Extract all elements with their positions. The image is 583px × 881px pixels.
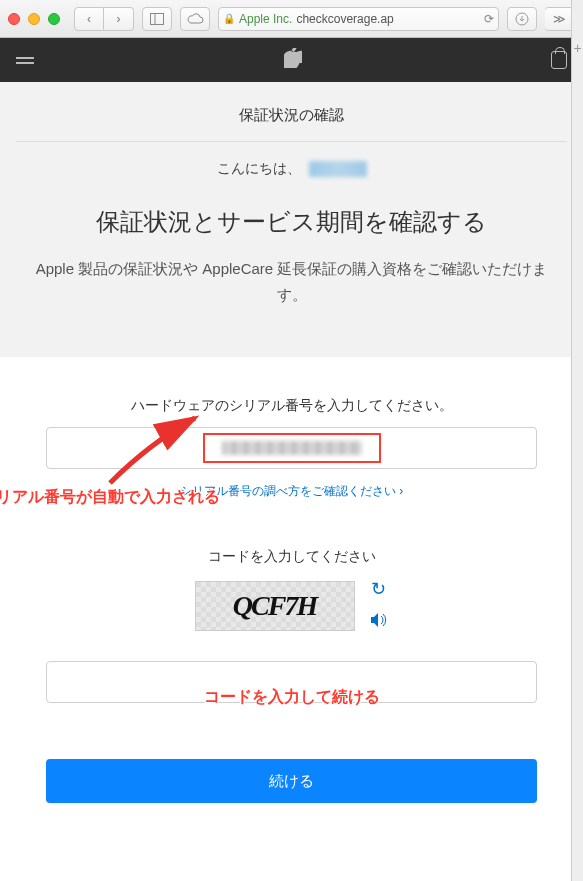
hero-heading: 保証状況とサービス期間を確認する (10, 206, 573, 238)
hero-section: 保証状況の確認 こんにちは、 保証状況とサービス期間を確認する Apple 製品… (0, 82, 583, 357)
back-button[interactable]: ‹ (74, 7, 104, 31)
annotation-serial-auto: シリアル番号が自動で入力される (0, 487, 220, 508)
bag-icon (551, 51, 567, 69)
captcha-row: QCF7H ↻ (46, 578, 537, 633)
annotation-code-continue: コードを入力して続ける (162, 687, 422, 708)
downloads-button[interactable] (507, 7, 537, 31)
user-name-redacted (309, 161, 367, 177)
close-window-button[interactable] (8, 13, 20, 25)
forward-button[interactable]: › (104, 7, 134, 31)
minimize-window-button[interactable] (28, 13, 40, 25)
serial-input-wrap (46, 427, 537, 469)
site-global-nav (0, 38, 583, 82)
serial-value-redacted (222, 441, 362, 455)
menu-button[interactable] (16, 57, 34, 64)
url-company: Apple Inc. (239, 12, 292, 26)
shopping-bag-button[interactable] (551, 51, 567, 69)
captcha-image: QCF7H (195, 581, 355, 631)
window-controls (8, 13, 60, 25)
sidebar-icon (150, 13, 164, 25)
reload-icon[interactable]: ⟳ (484, 12, 494, 26)
download-icon (515, 12, 529, 26)
sound-icon (369, 612, 389, 628)
apple-logo[interactable] (284, 48, 302, 72)
greeting-row: こんにちは、 (10, 160, 573, 178)
zoom-window-button[interactable] (48, 13, 60, 25)
page-title: 保証状況の確認 (16, 106, 567, 142)
captcha-label: コードを入力してください (46, 548, 537, 566)
url-domain: checkcoverage.ap (296, 12, 393, 26)
serial-form-section: ハードウェアのシリアル番号を入力してください。 シリアル番号の調べ方をご確認くだ… (0, 357, 583, 823)
continue-button[interactable]: 続ける (46, 759, 537, 803)
lock-icon: 🔒 (223, 13, 235, 24)
icloud-tabs-button[interactable] (180, 7, 210, 31)
captcha-section: コードを入力してください QCF7H ↻ コードを入力して続ける 続ける (46, 548, 537, 803)
new-tab-button[interactable]: + (573, 40, 581, 56)
nav-buttons: ‹ › (74, 7, 134, 31)
sidebar-toggle-button[interactable] (142, 7, 172, 31)
svg-rect-0 (151, 13, 164, 24)
serial-label: ハードウェアのシリアル番号を入力してください。 (46, 397, 537, 415)
apple-logo-icon (284, 48, 302, 68)
captcha-controls: ↻ (369, 578, 389, 633)
captcha-audio-button[interactable] (369, 612, 389, 633)
cloud-icon (186, 13, 204, 25)
address-bar[interactable]: 🔒 Apple Inc. checkcoverage.ap ⟳ (218, 7, 499, 31)
captcha-refresh-button[interactable]: ↻ (369, 578, 389, 600)
greeting-label: こんにちは、 (217, 160, 301, 178)
hero-description: Apple 製品の保証状況や AppleCare 延長保証の購入資格をご確認いた… (10, 256, 573, 307)
browser-toolbar: ‹ › 🔒 Apple Inc. checkcoverage.ap ⟳ ≫ (0, 0, 583, 38)
